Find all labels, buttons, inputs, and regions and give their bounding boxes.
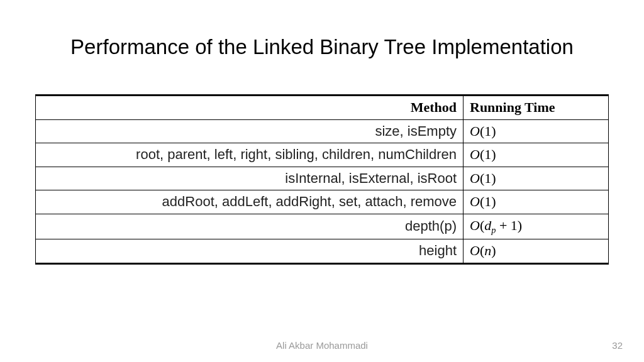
- header-runtime: Running Time: [464, 96, 609, 120]
- method-cell: root, parent, left, right, sibling, chil…: [36, 143, 464, 167]
- table-header-row: Method Running Time: [36, 96, 609, 120]
- header-method: Method: [36, 96, 464, 120]
- method-cell: depth(p): [36, 214, 464, 239]
- page-title: Performance of the Linked Binary Tree Im…: [0, 35, 644, 59]
- slide: Performance of the Linked Binary Tree Im…: [0, 0, 644, 362]
- method-cell: addRoot, addLeft, addRight, set, attach,…: [36, 190, 464, 214]
- method-cell: height: [36, 239, 464, 263]
- performance-table-wrap: Method Running Time size, isEmptyO(1)roo…: [35, 94, 609, 265]
- footer-author: Ali Akbar Mohammadi: [0, 340, 644, 351]
- runtime-cell: O(1): [464, 119, 609, 143]
- table-row: root, parent, left, right, sibling, chil…: [36, 143, 609, 167]
- runtime-cell: O(dp + 1): [464, 214, 609, 239]
- table-row: addRoot, addLeft, addRight, set, attach,…: [36, 190, 609, 214]
- table-body: size, isEmptyO(1)root, parent, left, rig…: [36, 119, 609, 263]
- runtime-cell: O(1): [464, 167, 609, 190]
- table-row: size, isEmptyO(1): [36, 119, 609, 143]
- runtime-cell: O(1): [464, 143, 609, 167]
- runtime-cell: O(n): [464, 239, 609, 263]
- performance-table: Method Running Time size, isEmptyO(1)roo…: [35, 94, 609, 265]
- method-cell: isInternal, isExternal, isRoot: [36, 167, 464, 190]
- runtime-cell: O(1): [464, 190, 609, 214]
- method-cell: size, isEmpty: [36, 119, 464, 143]
- table-row: depth(p)O(dp + 1): [36, 214, 609, 239]
- table-row: isInternal, isExternal, isRootO(1): [36, 167, 609, 190]
- table-row: heightO(n): [36, 239, 609, 263]
- footer-page-number: 32: [612, 340, 623, 351]
